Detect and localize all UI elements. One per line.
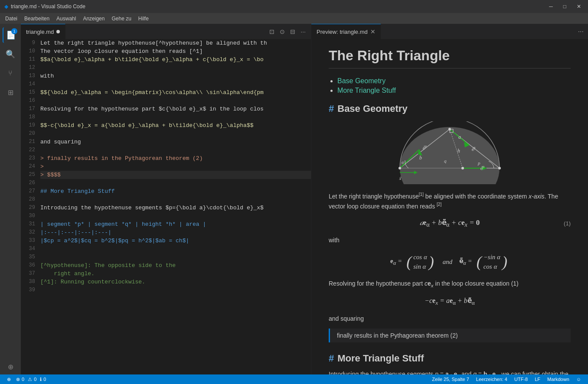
status-line-ending[interactable]: LF [531, 377, 544, 382]
editor-tab-filename: triangle.md [26, 29, 54, 35]
preview-para1: Let the right triangle hypothenuse[1] be… [329, 191, 571, 211]
minimize-button[interactable]: ─ [546, 3, 555, 10]
more-intro-para: Introducing the hypothenuse segments p =… [329, 369, 571, 374]
editor-tab[interactable]: triangle.md [21, 24, 65, 39]
equation-2: −cex = aeα + bẽα [329, 296, 571, 306]
window-controls: ─ □ ✕ [546, 3, 584, 10]
error-icon: ⊗ [16, 377, 20, 382]
status-right: Zeile 25, Spalte 7 Leerzeichen: 4 UTF-8 … [428, 377, 585, 382]
blockquote-text: finally results in the Pythagorean theor… [337, 332, 458, 339]
svg-text:x: x [474, 146, 476, 150]
activity-remote[interactable]: ⊕ [3, 359, 18, 374]
menu-anzeigen[interactable]: Anzeigen [79, 15, 108, 23]
code-line-27: 27 ## More Triangle Stuff [21, 187, 311, 195]
code-line-33: 33 |$cp = a^2$|$cq = b^2$|$pq = h^2$|$ab… [21, 237, 311, 245]
preview-tab-bar: Preview: triangle.md ✕ ··· [311, 24, 588, 39]
preview-pane: Preview: triangle.md ✕ ··· The Right Tri… [311, 24, 588, 374]
app-icon: ◆ [4, 3, 8, 10]
toc-item-base-geometry: Base Geometry [337, 77, 571, 85]
status-position[interactable]: Zeile 25, Spalte 7 [428, 377, 473, 382]
svg-text:α: α [402, 160, 404, 165]
preview-content[interactable]: The Right Triangle Base Geometry More Tr… [311, 39, 588, 374]
status-language[interactable]: Markdown [544, 377, 573, 382]
code-line-15: 15 $${\bold e}_\alpha = \begin{pmatrix}\… [21, 88, 311, 97]
titlebar-title: triangle.md - Visual Studio Code [11, 3, 85, 10]
section-base-geometry-title: Base Geometry [337, 103, 407, 114]
code-line-16: 16 [21, 97, 311, 105]
code-line-18: 18 [21, 113, 311, 121]
status-spaces[interactable]: Leerzeichen: 4 [473, 377, 511, 382]
warning-icon: ⚠ [28, 377, 32, 382]
preview-more-button[interactable]: ··· [574, 28, 588, 36]
code-line-17: 17 Resolving for the hypothenuse part $c… [21, 105, 311, 113]
remote-icon: ⊕ [8, 363, 13, 371]
toc-list: Base Geometry More Triangle Stuff [329, 77, 571, 94]
menu-bearbeiten[interactable]: Bearbeiten [21, 15, 53, 23]
code-line-38: 38 [^1]: Running counterclockwise. [21, 278, 311, 286]
activity-source-control[interactable]: ⑂ [3, 65, 18, 81]
equation-1-number: (1) [564, 220, 571, 227]
triangle-svg: ẽ α b a h q p ẽ x ẽ α α [395, 121, 504, 184]
status-errors: ⊗ 0 ⚠ 0 ℹ 0 [16, 377, 46, 382]
split-vertical-button[interactable]: ⊟ [288, 27, 297, 36]
toc-link-base-geometry[interactable]: Base Geometry [337, 77, 385, 85]
menubar: Datei Bearbeiten Auswahl Anzeigen Gehe z… [0, 13, 588, 24]
section-more-triangle-heading: # More Triangle Stuff [329, 353, 571, 364]
info-icon: ℹ [40, 377, 42, 382]
triangle-diagram: ẽ α b a h q p ẽ x ẽ α α [329, 121, 571, 184]
code-line-12: 12 [21, 64, 311, 72]
main-area: 📄 1 🔍 ⑂ ⊞ ⊕ triangle.md ⊡ ⊙ [0, 24, 588, 374]
status-smiley[interactable]: ☺ [573, 377, 585, 382]
modified-indicator [56, 30, 60, 33]
code-line-29: 29 Introducing the hypothenuse segments … [21, 204, 311, 212]
code-line-30: 30 [21, 212, 311, 220]
code-line-28: 28 [21, 195, 311, 204]
code-line-23: 23 > finally results in the Pythagorean … [21, 154, 311, 163]
more-actions-button[interactable]: ··· [299, 27, 307, 36]
status-remote[interactable]: ⊕ [3, 374, 14, 384]
code-line-36: 36 [^hypothenuse]: The opposite side to … [21, 261, 311, 270]
preview-tab[interactable]: Preview: triangle.md ✕ [311, 24, 381, 39]
activity-search[interactable]: 🔍 [3, 46, 18, 62]
code-line-20: 20 [21, 130, 311, 138]
activity-bar: 📄 1 🔍 ⑂ ⊞ ⊕ [0, 24, 21, 374]
split-editor-button[interactable]: ⊡ [268, 27, 276, 36]
preview-tab-close-button[interactable]: ✕ [370, 28, 376, 35]
open-preview-button[interactable]: ⊙ [278, 27, 287, 36]
code-line-9: 9 Let the right triangle hypothenuse[^hy… [21, 39, 311, 47]
toc-item-more-triangle: More Triangle Stuff [337, 87, 571, 94]
menu-hilfe[interactable]: Hilfe [135, 15, 152, 23]
close-button[interactable]: ✕ [574, 3, 584, 10]
extensions-icon: ⊞ [8, 88, 13, 97]
section-base-geometry-heading: # Base Geometry [329, 103, 571, 114]
explorer-badge: 1 [11, 28, 17, 34]
code-line-21: 21 and squaring [21, 138, 311, 146]
svg-point-25 [399, 167, 401, 169]
editor-pane: triangle.md ⊡ ⊙ ⊟ ··· 9 Let the right tr… [21, 24, 311, 374]
activity-explorer[interactable]: 📄 1 [3, 27, 18, 43]
svg-point-26 [498, 167, 501, 169]
code-editor[interactable]: 9 Let the right triangle hypothenuse[^hy… [21, 39, 311, 374]
status-bar: ⊕ ⊗ 0 ⚠ 0 ℹ 0 Zeile 25, Spalte 7 Leerzei… [0, 374, 588, 384]
maximize-button[interactable]: □ [561, 3, 569, 10]
svg-point-0 [400, 127, 500, 184]
code-line-35: 35 [21, 253, 311, 261]
menu-gehe-zu[interactable]: Gehe zu [108, 15, 134, 23]
warning-count: 0 [34, 377, 36, 382]
svg-text:b: b [419, 155, 422, 161]
svg-text:p: p [477, 160, 480, 166]
blockquote: finally results in the Pythagorean theor… [329, 329, 571, 342]
section-more-triangle-title: More Triangle Stuff [337, 353, 424, 364]
editor-tab-bar: triangle.md ⊡ ⊙ ⊟ ··· [21, 24, 311, 39]
and-squaring-text: and squaring [329, 314, 571, 323]
svg-text:a: a [458, 134, 461, 140]
status-encoding[interactable]: UTF-8 [511, 377, 531, 382]
editor-tab-icons: ⊡ ⊙ ⊟ ··· [268, 24, 311, 39]
code-line-25: 25 > $$$$ [21, 171, 311, 179]
code-line-13: 13 with [21, 72, 311, 80]
code-line-14: 14 [21, 80, 311, 88]
activity-extensions[interactable]: ⊞ [3, 85, 18, 100]
menu-auswahl[interactable]: Auswahl [53, 15, 79, 23]
toc-link-more-triangle[interactable]: More Triangle Stuff [337, 87, 396, 94]
menu-datei[interactable]: Datei [2, 15, 21, 23]
